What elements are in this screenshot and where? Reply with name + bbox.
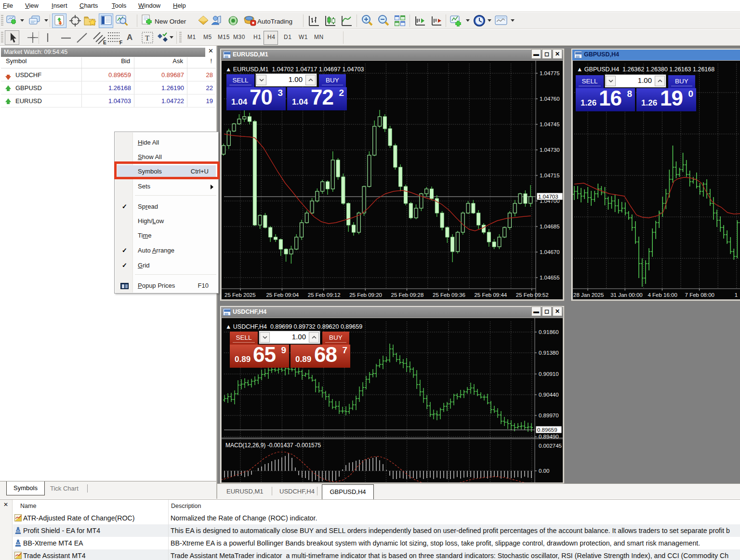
svg-text:1.04685: 1.04685 — [540, 224, 560, 229]
svg-text:E: E — [103, 40, 106, 45]
svg-text:1.04730: 1.04730 — [540, 147, 560, 153]
svg-text:0.91380: 0.91380 — [539, 350, 559, 356]
svg-text:1.04655: 1.04655 — [540, 275, 560, 280]
svg-text:28 Jan 2025: 28 Jan 2025 — [573, 292, 604, 298]
svg-text:25 Feb 09:36: 25 Feb 09:36 — [433, 292, 465, 298]
svg-text:4 Feb 16:00: 4 Feb 16:00 — [648, 292, 677, 298]
svg-text:1.04703: 1.04703 — [538, 194, 558, 200]
svg-text:25 Feb 09:28: 25 Feb 09:28 — [391, 292, 424, 298]
svg-text:0.90440: 0.90440 — [539, 392, 559, 398]
svg-text:0.89490: 0.89490 — [539, 434, 559, 440]
svg-text:T: T — [145, 34, 149, 42]
svg-text:7 Feb 08:00: 7 Feb 08:00 — [685, 292, 714, 298]
svg-text:1.04670: 1.04670 — [540, 249, 560, 255]
svg-text:0.002745: 0.002745 — [539, 443, 562, 449]
svg-text:0.89970: 0.89970 — [539, 413, 559, 418]
svg-text:25 Feb 09:44: 25 Feb 09:44 — [474, 292, 507, 298]
svg-text:25 Feb 09:04: 25 Feb 09:04 — [266, 292, 299, 298]
svg-text:25 Feb 09:12: 25 Feb 09:12 — [308, 292, 341, 298]
svg-text:25 Feb 09:52: 25 Feb 09:52 — [516, 292, 549, 298]
svg-text:1.04745: 1.04745 — [540, 121, 560, 127]
svg-text:31 Jan 00:00: 31 Jan 00:00 — [610, 292, 643, 298]
svg-text:1.04760: 1.04760 — [540, 96, 560, 102]
svg-text:0.00: 0.00 — [539, 468, 549, 474]
svg-text:1.04715: 1.04715 — [540, 173, 560, 178]
svg-text:0.90910: 0.90910 — [539, 371, 559, 377]
svg-text:0.89659: 0.89659 — [537, 427, 557, 433]
svg-text:0.91860: 0.91860 — [539, 329, 559, 335]
svg-text:25 Feb 2025: 25 Feb 2025 — [225, 292, 256, 298]
svg-text:25 Feb 09:20: 25 Feb 09:20 — [349, 292, 382, 298]
svg-text:1: 1 — [735, 292, 738, 298]
svg-text:1.04775: 1.04775 — [540, 70, 560, 76]
svg-text:F: F — [119, 40, 122, 45]
